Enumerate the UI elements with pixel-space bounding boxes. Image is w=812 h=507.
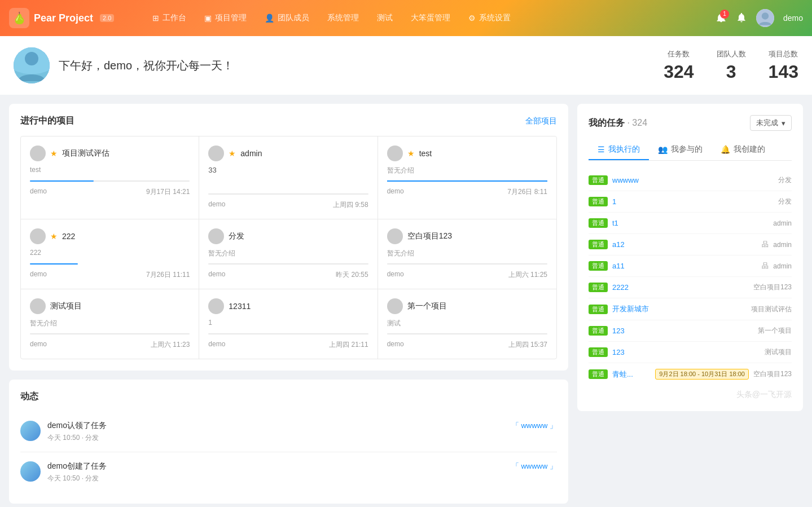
project-name-5: 空白项目123 bbox=[407, 231, 452, 241]
task-project-2: admin bbox=[773, 219, 792, 227]
welcome-text: 下午好，demo，祝你开心每一天！ bbox=[59, 58, 655, 73]
tab-participating[interactable]: 👥 我参与的 bbox=[649, 140, 712, 160]
task-name-6[interactable]: 开发新城市 bbox=[612, 304, 747, 314]
stat-team: 团队人数 3 bbox=[717, 49, 746, 82]
project-grid: ★ 项目测试评估 test demo 9月17日 14:21 ★ admin bbox=[20, 136, 557, 359]
project-time-6: 上周六 11:23 bbox=[151, 340, 190, 350]
stat-team-value: 3 bbox=[717, 61, 746, 82]
project-card-2[interactable]: ★ test 暂无介绍 demo 7月26日 8:11 bbox=[378, 136, 556, 219]
nav-workbench-label: 工作台 bbox=[163, 13, 186, 23]
project-card-0[interactable]: ★ 项目测试评估 test demo 9月17日 14:21 bbox=[21, 136, 199, 219]
task-name-5[interactable]: 2222 bbox=[612, 283, 749, 292]
svg-point-1 bbox=[762, 12, 769, 19]
project-avatar-4 bbox=[208, 228, 224, 244]
task-project-5: 空白项目123 bbox=[753, 283, 792, 292]
activity-item-1: demo创建了任务 今天 10:50 · 分发 「 wwwww 」 bbox=[20, 452, 557, 492]
project-desc-5: 暂无介绍 bbox=[387, 249, 547, 259]
task-name-1[interactable]: 1 bbox=[612, 197, 774, 206]
project-user-7: demo bbox=[208, 340, 225, 350]
activity-link-1[interactable]: 「 wwwww 」 bbox=[512, 461, 557, 471]
activity-link-0[interactable]: 「 wwwww 」 bbox=[512, 421, 557, 431]
nav-project-mgmt[interactable]: ▣ 项目管理 bbox=[196, 10, 254, 27]
activity-content-1: demo创建了任务 今天 10:50 · 分发 bbox=[47, 461, 505, 483]
team-icon: 👤 bbox=[265, 14, 274, 23]
task-project-6: 项目测试评估 bbox=[751, 305, 792, 314]
task-header: 我的任务 · 324 未完成 ▾ bbox=[589, 115, 792, 131]
assign-icon-3: 品 bbox=[762, 240, 769, 249]
project-desc-1 bbox=[208, 179, 368, 189]
task-priority-0: 普通 bbox=[589, 175, 608, 185]
user-notify-button[interactable]: 1 bbox=[716, 12, 727, 25]
task-project-4: admin bbox=[773, 262, 792, 270]
project-card-4[interactable]: 分发 暂无介绍 demo 昨天 20:55 bbox=[199, 219, 378, 289]
project-star-3: ★ bbox=[50, 232, 58, 241]
project-card-3[interactable]: ★ 222 222 demo 7月26日 11:11 bbox=[21, 219, 199, 289]
task-item-8: 普通 123 测试项目 bbox=[589, 342, 792, 363]
project-avatar-6 bbox=[30, 298, 46, 314]
stat-projects: 项目总数 143 bbox=[769, 49, 798, 82]
stat-team-label: 团队人数 bbox=[717, 49, 746, 59]
activity-avatar-0 bbox=[20, 421, 41, 441]
nav-system-label: 系统管理 bbox=[327, 13, 359, 23]
nav-test[interactable]: 测试 bbox=[369, 10, 401, 27]
project-avatar-5 bbox=[387, 228, 403, 244]
activity-time-0: 今天 10:50 · 分发 bbox=[47, 433, 505, 443]
stat-projects-label: 项目总数 bbox=[769, 49, 798, 59]
project-card-7[interactable]: 12311 1 demo 上周四 21:11 bbox=[199, 289, 378, 359]
project-time-8: 上周四 15:37 bbox=[508, 340, 547, 350]
workbench-icon: ⊞ bbox=[152, 14, 159, 23]
logo-version: 2.0 bbox=[100, 14, 114, 22]
project-card-5[interactable]: 空白项目123 暂无介绍 demo 上周六 11:25 bbox=[378, 219, 556, 289]
tab-executing[interactable]: ☰ 我执行的 bbox=[589, 140, 649, 160]
project-user-6: demo bbox=[30, 340, 47, 350]
project-desc-2: 暂无介绍 bbox=[387, 166, 547, 176]
task-name-4[interactable]: a11 bbox=[612, 262, 757, 270]
project-card-1[interactable]: ★ admin 33 demo 上周四 9:58 bbox=[199, 136, 378, 219]
project-name-1: admin bbox=[240, 149, 262, 158]
chevron-down-icon: ▾ bbox=[782, 119, 785, 127]
task-filter-button[interactable]: 未完成 ▾ bbox=[750, 115, 792, 131]
notify-badge: 1 bbox=[720, 10, 729, 19]
task-project-9: 空白项目123 bbox=[753, 369, 792, 379]
header: 🍐 Pear Project 2.0 ⊞ 工作台 ▣ 项目管理 👤 团队成员 系… bbox=[0, 0, 812, 36]
task-name-7[interactable]: 123 bbox=[612, 327, 753, 335]
task-item-5: 普通 2222 空白项目123 bbox=[589, 277, 792, 298]
project-card-6[interactable]: 测试项目 暂无介绍 demo 上周六 11:23 bbox=[21, 289, 199, 359]
task-item-2: 普通 t1 admin bbox=[589, 213, 792, 234]
left-panel: 进行中的项目 全部项目 ★ 项目测试评估 test demo 9月17日 14:… bbox=[9, 104, 568, 504]
logo-icon: 🍐 bbox=[9, 8, 29, 28]
activity-avatar-1 bbox=[20, 461, 41, 482]
task-name-0[interactable]: wwwww bbox=[612, 176, 774, 184]
task-name-2[interactable]: t1 bbox=[612, 219, 769, 227]
task-project-3: admin bbox=[773, 241, 792, 249]
task-item-6: 普通 开发新城市 项目测试评估 bbox=[589, 298, 792, 320]
nav-bigdumb-label: 大笨蛋管理 bbox=[411, 13, 450, 23]
task-project-7: 第一个项目 bbox=[758, 326, 792, 336]
project-desc-6: 暂无介绍 bbox=[30, 319, 190, 329]
task-name-8[interactable]: 123 bbox=[612, 348, 760, 356]
all-projects-link[interactable]: 全部项目 bbox=[525, 116, 557, 126]
task-priority-4: 普通 bbox=[589, 261, 608, 271]
nav-system[interactable]: 系统管理 bbox=[319, 10, 367, 27]
project-name-2: test bbox=[419, 149, 432, 158]
nav-team[interactable]: 👤 团队成员 bbox=[257, 10, 317, 27]
project-time-0: 9月17日 14:21 bbox=[146, 187, 190, 197]
projects-title: 进行中的项目 bbox=[20, 115, 74, 127]
task-item-1: 普通 1 分发 bbox=[589, 191, 792, 213]
project-time-3: 7月26日 11:11 bbox=[146, 270, 190, 280]
assign-icon-4: 品 bbox=[762, 261, 769, 271]
task-list: 普通 wwwww 分发 普通 1 分发 普通 t1 admin 普通 a12 品… bbox=[589, 170, 792, 385]
tab-created[interactable]: 🔔 我创建的 bbox=[712, 140, 774, 160]
project-user-2: demo bbox=[387, 187, 404, 197]
bell-button[interactable] bbox=[736, 12, 747, 25]
project-card-8[interactable]: 第一个项目 测试 demo 上周四 15:37 bbox=[378, 289, 556, 359]
nav-settings[interactable]: ⚙ 系统设置 bbox=[460, 10, 519, 27]
task-name-9[interactable]: 青蛙... bbox=[612, 369, 651, 380]
task-name-3[interactable]: a12 bbox=[612, 240, 757, 249]
task-item-3: 普通 a12 品 admin bbox=[589, 234, 792, 255]
tab-created-label: 我创建的 bbox=[734, 144, 765, 155]
nav-bigdumb[interactable]: 大笨蛋管理 bbox=[403, 10, 458, 27]
nav-workbench[interactable]: ⊞ 工作台 bbox=[144, 10, 194, 27]
project-user-1: demo bbox=[208, 200, 225, 210]
project-desc-8: 测试 bbox=[387, 319, 547, 329]
